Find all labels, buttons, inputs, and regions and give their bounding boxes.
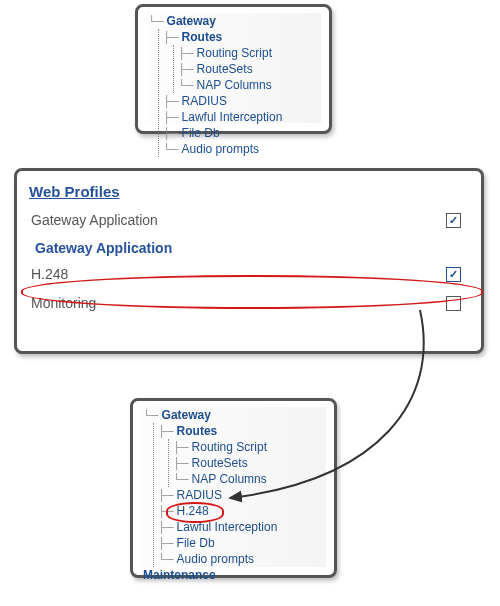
tree-node[interactable]: ├─RADIUS <box>163 93 321 109</box>
tree-label: File Db <box>177 535 215 551</box>
row-monitoring: Monitoring <box>25 288 473 317</box>
tree-label: Routing Script <box>197 45 272 61</box>
row-label: Gateway Application <box>31 212 158 228</box>
tree-node[interactable]: ├─RouteSets <box>173 455 326 471</box>
web-profiles-heading: Web Profiles <box>25 177 473 206</box>
tree-label: Lawful Interception <box>182 109 283 125</box>
tree-node-gateway[interactable]: └─ Gateway <box>143 407 326 423</box>
web-profiles-panel: Web Profiles Gateway Application Gateway… <box>14 168 484 354</box>
nav-tree-after: └─ Gateway ├─ Routes ├─Routing Script ├─… <box>141 407 326 583</box>
nav-tree-before: └─ Gateway ├─ Routes ├─Routing Script ├─… <box>146 13 321 157</box>
tree-node[interactable]: └─NAP Columns <box>173 471 326 487</box>
tree-label: Maintenance <box>143 567 216 583</box>
tree-label: RouteSets <box>192 455 248 471</box>
row-h248: H.248 <box>25 260 473 288</box>
tree-node-routes[interactable]: ├─ Routes <box>163 29 321 45</box>
tree-node[interactable]: └─Audio prompts <box>158 551 326 567</box>
subheading-gateway-application: Gateway Application <box>25 234 473 260</box>
tree-node-maintenance[interactable]: Maintenance <box>143 567 326 583</box>
tree-label: Audio prompts <box>182 141 259 157</box>
tree-label: Routing Script <box>192 439 267 455</box>
tree-node[interactable]: ├─Lawful Interception <box>163 109 321 125</box>
tree-label: Gateway <box>162 407 211 423</box>
tree-label: NAP Columns <box>192 471 267 487</box>
tree-node[interactable]: ├─RADIUS <box>158 487 326 503</box>
tree-node[interactable]: ├─Routing Script <box>173 439 326 455</box>
tree-label: Gateway <box>167 13 216 29</box>
tree-label: RADIUS <box>177 487 222 503</box>
tree-connector: └─ <box>148 13 164 29</box>
tree-label: H.248 <box>177 503 209 519</box>
tree-label: NAP Columns <box>197 77 272 93</box>
checkbox-h248[interactable] <box>446 267 461 282</box>
tree-node[interactable]: ├─File Db <box>158 535 326 551</box>
tree-node[interactable]: ├─File Db <box>163 125 321 141</box>
tree-label: Lawful Interception <box>177 519 278 535</box>
tree-node-gateway[interactable]: └─ Gateway <box>148 13 321 29</box>
tree-label: RADIUS <box>182 93 227 109</box>
row-label: H.248 <box>31 266 68 282</box>
tree-label: File Db <box>182 125 220 141</box>
tree-node-routes[interactable]: ├─ Routes <box>158 423 326 439</box>
tree-node[interactable]: └─Audio prompts <box>163 141 321 157</box>
checkbox-monitoring[interactable] <box>446 296 461 311</box>
tree-label: Routes <box>182 29 223 45</box>
tree-node[interactable]: ├─Routing Script <box>178 45 321 61</box>
tree-label: Routes <box>177 423 218 439</box>
tree-node[interactable]: ├─RouteSets <box>178 61 321 77</box>
tree-after-panel: └─ Gateway ├─ Routes ├─Routing Script ├─… <box>130 398 337 578</box>
row-label: Monitoring <box>31 295 96 311</box>
tree-node-h248[interactable]: ├─H.248 <box>158 503 326 519</box>
checkbox-gateway-app[interactable] <box>446 213 461 228</box>
tree-label: RouteSets <box>197 61 253 77</box>
tree-node[interactable]: ├─Lawful Interception <box>158 519 326 535</box>
tree-node[interactable]: └─NAP Columns <box>178 77 321 93</box>
tree-before-panel: └─ Gateway ├─ Routes ├─Routing Script ├─… <box>135 4 332 134</box>
tree-label: Audio prompts <box>177 551 254 567</box>
row-gateway-application: Gateway Application <box>25 206 473 234</box>
